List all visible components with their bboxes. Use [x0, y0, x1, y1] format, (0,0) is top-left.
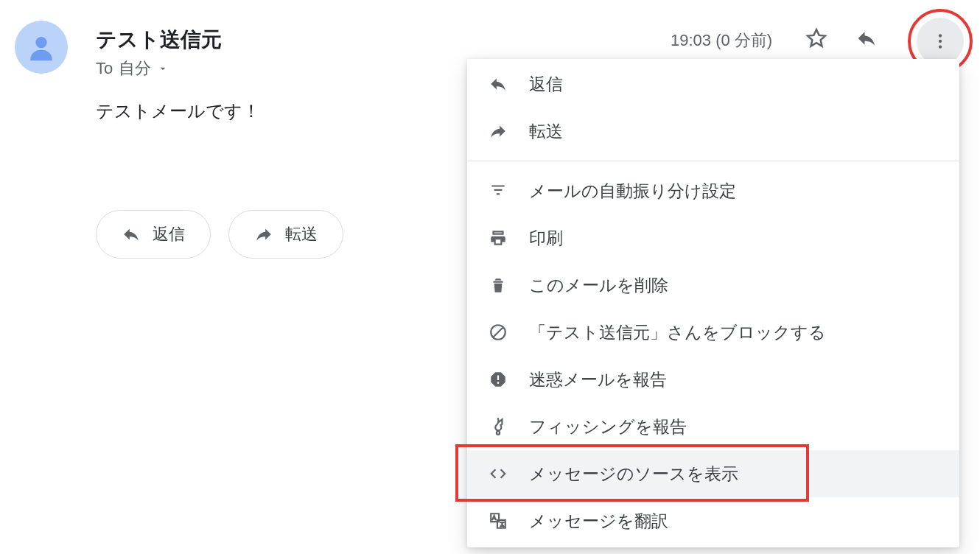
- svg-point-2: [939, 40, 942, 43]
- code-icon: [488, 463, 508, 484]
- filter-icon: [488, 180, 508, 201]
- menu-divider: [467, 161, 959, 161]
- menu-item-label: メッセージのソースを表示: [529, 463, 738, 485]
- menu-item-delete[interactable]: このメールを削除: [467, 262, 959, 309]
- forward-label: 転送: [285, 223, 318, 245]
- menu-item-label: 迷惑メールを報告: [529, 368, 667, 391]
- delete-icon: [488, 275, 508, 295]
- menu-item-phishing[interactable]: フィッシングを報告: [467, 403, 959, 450]
- reply-icon: [488, 74, 508, 94]
- menu-item-print[interactable]: 印刷: [467, 214, 959, 262]
- block-icon: [488, 322, 508, 343]
- menu-item-label: メールの自動振り分け設定: [529, 180, 736, 203]
- chevron-down-icon: [157, 63, 169, 74]
- forward-icon: [254, 225, 273, 244]
- menu-item-label: 「テスト送信元」さんをブロックする: [529, 321, 826, 344]
- menu-item-spam[interactable]: 迷惑メールを報告: [467, 356, 959, 403]
- more-button[interactable]: [917, 18, 964, 65]
- menu-item-label: メッセージを翻訳: [529, 510, 668, 533]
- menu-item-label: 返信: [529, 73, 563, 96]
- reply-label: 返信: [153, 223, 185, 245]
- menu-item-forward[interactable]: 転送: [467, 108, 959, 155]
- spam-icon: [488, 369, 508, 390]
- timestamp: 19:03 (0 分前): [671, 29, 772, 52]
- reply-icon[interactable]: [853, 25, 880, 52]
- menu-item-block[interactable]: 「テスト送信元」さんをブロックする: [467, 309, 959, 356]
- recipient-prefix: To: [96, 59, 113, 78]
- translate-icon: [488, 511, 508, 531]
- menu-item-reply[interactable]: 返信: [467, 60, 959, 108]
- forward-button[interactable]: 転送: [228, 210, 343, 259]
- forward-icon: [488, 121, 508, 141]
- menu-item-label: 転送: [529, 120, 563, 143]
- sender-avatar[interactable]: [15, 21, 68, 74]
- print-icon: [488, 228, 508, 248]
- reply-button[interactable]: 返信: [96, 210, 211, 259]
- menu-item-label: このメールを削除: [529, 274, 668, 297]
- more-menu: 返信転送メールの自動振り分け設定印刷このメールを削除「テスト送信元」さんをブロッ…: [467, 59, 959, 547]
- menu-item-label: フィッシングを報告: [529, 416, 687, 438]
- svg-line-5: [494, 328, 503, 337]
- menu-item-code[interactable]: メッセージのソースを表示: [467, 450, 959, 497]
- message-body: テストメールです！: [96, 99, 260, 123]
- menu-item-translate[interactable]: メッセージを翻訳: [467, 497, 959, 544]
- menu-item-label: 印刷: [529, 227, 563, 250]
- svg-point-6: [497, 432, 500, 435]
- sender-name: テスト送信元: [96, 26, 222, 54]
- recipient-line[interactable]: To 自分: [96, 57, 169, 80]
- svg-point-0: [35, 37, 46, 48]
- svg-point-1: [939, 34, 942, 37]
- phishing-icon: [488, 416, 508, 437]
- svg-point-3: [939, 45, 942, 48]
- menu-item-filter[interactable]: メールの自動振り分け設定: [467, 167, 959, 214]
- reply-icon: [122, 225, 141, 244]
- recipient-label: 自分: [119, 57, 151, 80]
- star-icon[interactable]: [803, 25, 830, 52]
